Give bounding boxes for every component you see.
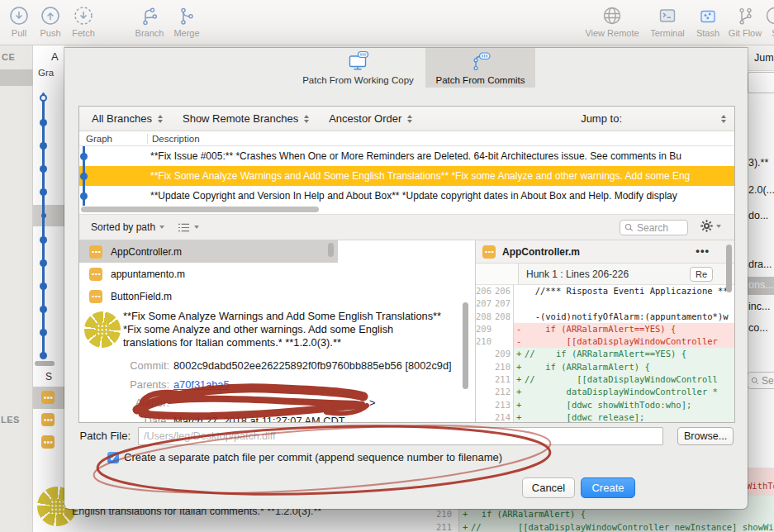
fetch-button[interactable]: Fetch bbox=[66, 4, 101, 38]
date-value: March 27, 2018 at 11:27:07 AM CDT bbox=[173, 415, 344, 423]
stepper-icon[interactable] bbox=[721, 115, 726, 123]
toolbar: Pull Push Fetch Branch Merge View Remote bbox=[0, 0, 774, 45]
push-button[interactable]: Push bbox=[35, 4, 66, 38]
branch-filter-dropdown[interactable]: All Branches bbox=[92, 112, 152, 125]
commit-row[interactable]: **Fix Issue #005:** *Crashes When One or… bbox=[79, 146, 734, 166]
commit-graph-dot bbox=[80, 192, 88, 200]
pull-button[interactable]: Pull bbox=[3, 4, 35, 38]
actions-menu-button[interactable] bbox=[700, 219, 721, 233]
commit-row[interactable]: **Update Copyright and Version In Help a… bbox=[79, 186, 734, 206]
diff-code: -(void)notifyOfAlarm:(appuntamento*)w bbox=[525, 311, 735, 323]
toolbar-item-label: Git Flow bbox=[729, 28, 762, 38]
stash-button[interactable]: Stash bbox=[692, 4, 724, 38]
background-graph-dot bbox=[40, 329, 47, 336]
background-sidebar: CE LES bbox=[0, 45, 33, 532]
diff-sign: + bbox=[514, 386, 525, 398]
diff-line: 214+ [ddwc release]; bbox=[476, 411, 735, 423]
branch-button[interactable]: Branch bbox=[131, 4, 169, 38]
diff-code: [ddwc release]; bbox=[525, 411, 735, 423]
diff-scrollbar-thumb[interactable] bbox=[726, 245, 732, 292]
tab-label: Patch From Commits bbox=[436, 75, 525, 85]
git-flow-button[interactable]: Git Flow bbox=[725, 4, 765, 38]
create-button[interactable]: Create bbox=[581, 477, 635, 498]
file-list-toolbar: Sorted by path Search bbox=[79, 214, 734, 240]
new-line-number: 214 bbox=[495, 411, 514, 423]
hunk-header-label: Hunk 1 : Lines 206-226 bbox=[526, 268, 629, 280]
patch-file-input[interactable] bbox=[138, 427, 663, 445]
file-row[interactable]: AppController.m bbox=[79, 240, 338, 263]
remote-branches-dropdown[interactable]: Show Remote Branches bbox=[183, 112, 298, 125]
diff-sign: + bbox=[459, 520, 471, 532]
commit-row[interactable]: **Fix Some Analyze Warnings and Add Some… bbox=[79, 166, 734, 186]
date-label: Date: bbox=[79, 415, 169, 423]
file-diff-split: AppController.mappuntamento.mButtonField… bbox=[79, 240, 734, 422]
browse-button[interactable]: Browse... bbox=[677, 427, 734, 445]
merge-button[interactable]: Merge bbox=[169, 4, 205, 38]
diff-sign: + bbox=[514, 348, 525, 360]
toolbar-item-label: Pull bbox=[12, 28, 26, 38]
diff-code: [[dataDisplayWindowController bbox=[525, 335, 735, 348]
settings-button[interactable]: S bbox=[767, 4, 774, 38]
horizontal-scrollbar-thumb[interactable] bbox=[81, 207, 319, 212]
parent-commit-link[interactable]: a70f31aba5 bbox=[173, 378, 230, 391]
diff-code: // [[dataDisplayWindowControll bbox=[525, 373, 735, 386]
toolbar-item-label: Fetch bbox=[72, 28, 95, 38]
settings-icon bbox=[765, 4, 774, 26]
separate-patch-option[interactable]: ✓ Create a separate patch file per commi… bbox=[107, 451, 502, 463]
background-search-field[interactable]: Sea bbox=[747, 372, 774, 389]
new-line-number bbox=[495, 323, 514, 335]
background-search-fragment: Sea bbox=[762, 375, 774, 387]
order-dropdown[interactable]: Ancestor Order bbox=[329, 112, 401, 125]
toolbar-item-label: Branch bbox=[135, 28, 164, 38]
details-scrollbar-thumb[interactable] bbox=[463, 302, 468, 389]
more-menu-icon[interactable]: ••• bbox=[696, 245, 710, 257]
diff-sign: + bbox=[459, 507, 471, 520]
diff-sign: + bbox=[514, 411, 525, 423]
background-selected-commit-fragment: ons... bbox=[746, 277, 774, 295]
stepper-icon[interactable] bbox=[158, 115, 163, 123]
new-line-number: 210 bbox=[495, 361, 514, 373]
old-line-number bbox=[476, 386, 495, 398]
sidebar-selected-item[interactable] bbox=[0, 69, 33, 86]
git-flow-icon bbox=[735, 4, 755, 26]
commit-message-line: translations for Italian comments.* **1.… bbox=[123, 336, 441, 349]
background-added-line: +// [[dataDisplayWindowController newIns… bbox=[459, 520, 774, 532]
modified-file-icon bbox=[89, 290, 102, 303]
list-view-icon bbox=[178, 222, 190, 233]
commit-graph-dot bbox=[80, 153, 88, 160]
new-line-number: 207 bbox=[495, 297, 514, 310]
commit-list: **Fix Issue #005:** *Crashes When One or… bbox=[79, 146, 734, 206]
background-horizontal-scrollbar-thumb[interactable] bbox=[35, 361, 55, 366]
background-graph-dot bbox=[41, 213, 46, 218]
old-line-number bbox=[476, 348, 495, 360]
background-commit-fragment: dra... bbox=[748, 259, 772, 270]
terminal-button[interactable]: Terminal bbox=[645, 4, 690, 38]
description-column-header[interactable]: Description bbox=[148, 134, 200, 144]
tab-patch-from-working-copy[interactable]: Patch From Working Copy bbox=[291, 48, 425, 88]
view-remote-button[interactable]: View Remote bbox=[584, 4, 640, 38]
modified-file-icon bbox=[41, 413, 55, 426]
graph-column-header[interactable]: Graph bbox=[79, 134, 147, 144]
file-row[interactable]: ButtonField.m bbox=[79, 285, 338, 307]
modified-file-icon bbox=[89, 245, 102, 259]
background-commit-fragment: co... bbox=[748, 322, 768, 334]
tab-patch-from-commits[interactable]: Patch From Commits bbox=[425, 48, 535, 88]
toolbar-item-label: Terminal bbox=[650, 28, 685, 38]
stepper-icon[interactable] bbox=[407, 115, 412, 123]
file-row[interactable]: appuntamento.m bbox=[79, 263, 338, 285]
background-jump-field[interactable] bbox=[748, 72, 774, 93]
stepper-icon[interactable] bbox=[304, 115, 309, 123]
cancel-button[interactable]: Cancel bbox=[522, 477, 575, 498]
reverse-hunk-button[interactable]: Re bbox=[690, 267, 713, 282]
toolbar-item-label: Stash bbox=[696, 28, 719, 38]
background-commit-fragment: 2.0(... bbox=[748, 184, 774, 196]
commit-description: **Update Copyright and Version In Help a… bbox=[150, 190, 677, 202]
chevron-down-icon bbox=[159, 226, 164, 229]
file-list-scrollbar-thumb[interactable] bbox=[328, 243, 334, 257]
background-selected-commit-row bbox=[33, 205, 64, 226]
background-commit-graph-line bbox=[42, 93, 45, 359]
checkbox-checked[interactable]: ✓ bbox=[107, 452, 119, 463]
file-search-field[interactable]: Search bbox=[620, 220, 688, 235]
sort-dropdown[interactable]: Sorted by path bbox=[91, 221, 155, 233]
view-options-button[interactable] bbox=[178, 222, 199, 233]
